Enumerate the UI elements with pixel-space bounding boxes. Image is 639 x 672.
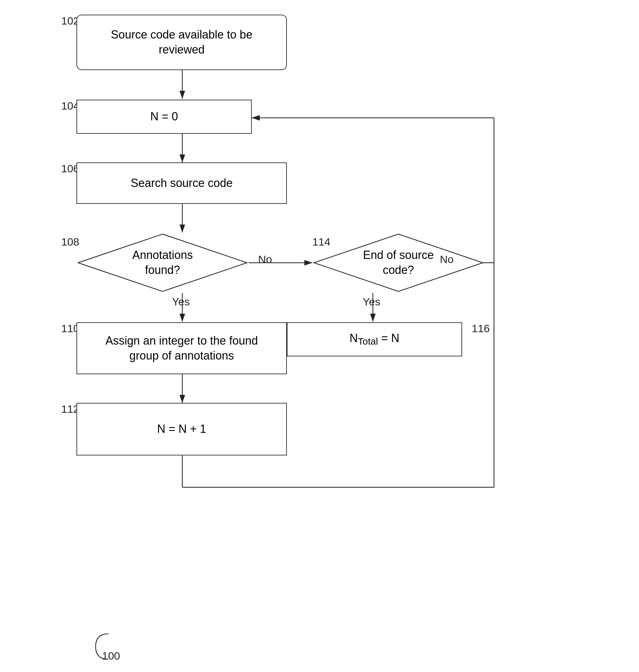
box-112-text: N = N + 1 — [157, 422, 206, 437]
diamond-114-shape: End of source code? — [312, 233, 484, 293]
yes-label-114: Yes — [363, 295, 380, 308]
box-106-text: Search source code — [131, 176, 233, 191]
no-label-108: No — [258, 253, 272, 266]
box-102-text: Source code available to be reviewed — [111, 27, 252, 57]
box-104-text: N = 0 — [150, 109, 178, 124]
box-116: NTotal = N — [287, 322, 462, 356]
box-112: N = N + 1 — [77, 403, 287, 455]
diamond-108-text: Annotations found? — [94, 248, 231, 278]
diamond-108-shape: Annotations found? — [77, 233, 249, 293]
box-116-text: NTotal = N — [349, 331, 399, 348]
box-102: Source code available to be reviewed — [77, 15, 287, 70]
no-label-114: No — [440, 253, 453, 266]
box-106: Search source code — [77, 162, 287, 204]
box-110: Assign an integer to the found group of … — [77, 322, 287, 374]
box-104: N = 0 — [77, 100, 252, 134]
step-label-116: 116 — [472, 322, 490, 335]
flowchart: 102 Source code available to be reviewed… — [0, 0, 639, 672]
box-110-text: Assign an integer to the found group of … — [106, 334, 258, 363]
diamond-114: End of source code? — [312, 233, 484, 293]
diamond-108: Annotations found? — [77, 233, 249, 293]
yes-label-108: Yes — [172, 295, 190, 308]
figure-squiggle — [83, 630, 121, 669]
